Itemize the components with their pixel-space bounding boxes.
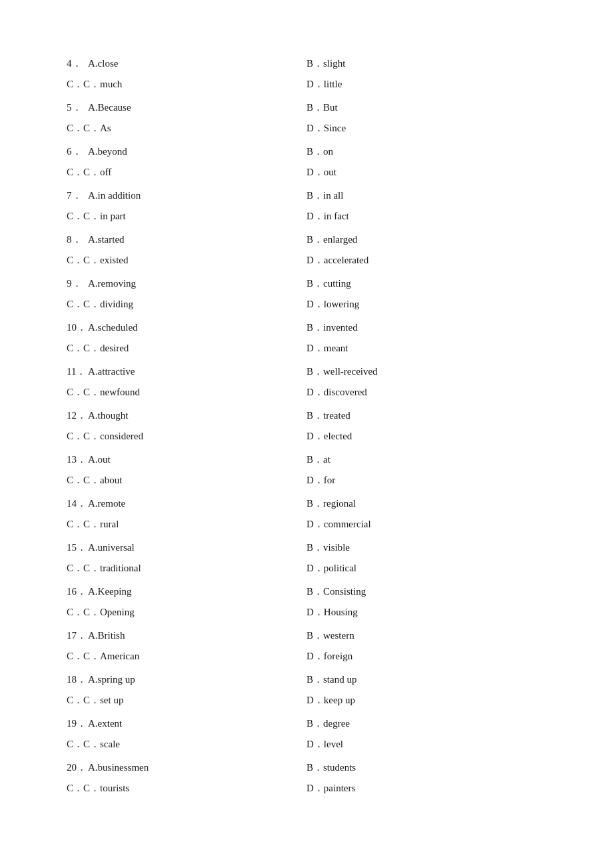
question-row-ab: 10．A.scheduledB．invented	[67, 317, 546, 338]
question-row-ab: 17．A.BritishB．western	[67, 625, 546, 646]
option-d-col: D．little	[306, 78, 546, 91]
option-c-letter: C．	[67, 342, 83, 355]
option-b-col: B．cutting	[306, 277, 546, 290]
option-a-text: A.universal	[88, 542, 135, 553]
option-c-col: C．C．set up	[67, 694, 306, 707]
option-c-col: C．C．dividing	[67, 298, 306, 311]
question-number: 14．	[67, 497, 88, 510]
option-a-col: 13．A.out	[67, 453, 306, 466]
option-a-col: 11．A.attractive	[67, 365, 306, 378]
option-b-col: B．degree	[306, 717, 546, 730]
question-block: 10．A.scheduledB．inventedC．C．desiredD．mea…	[67, 317, 546, 359]
option-c-col: C．C．desired	[67, 342, 306, 355]
option-b-text: B．cutting	[306, 277, 351, 290]
question-group: 4．A.closeB．slightC．C．muchD．little5．A.Bec…	[67, 53, 546, 801]
option-c-text: C．set up	[83, 694, 123, 707]
option-c-letter: C．	[67, 298, 83, 311]
option-b-text: B．slight	[306, 57, 345, 70]
question-number: 8．	[67, 233, 88, 246]
option-c-letter: C．	[67, 122, 83, 135]
option-c-letter: C．	[67, 738, 83, 751]
option-b-text: B．at	[306, 453, 330, 466]
option-a-col: 8．A.started	[67, 233, 306, 246]
question-number: 12．	[67, 409, 88, 422]
option-c-letter: C．	[67, 78, 83, 91]
option-b-text: B．regional	[306, 497, 356, 510]
option-c-letter: C．	[67, 210, 83, 223]
option-c-text: C．traditional	[83, 562, 141, 575]
option-c-letter: C．	[67, 606, 83, 619]
question-block: 9．A.removingB．cuttingC．C．dividingD．lower…	[67, 273, 546, 315]
question-number: 11．	[67, 365, 88, 378]
question-row-ab: 18．A.spring upB．stand up	[67, 669, 546, 690]
option-b-text: B．degree	[306, 717, 350, 730]
question-block: 18．A.spring upB．stand upC．C．set upD．keep…	[67, 669, 546, 711]
option-d-text: D．for	[306, 474, 335, 487]
option-c-letter: C．	[67, 650, 83, 663]
question-block: 19．A.extentB．degreeC．C．scaleD．level	[67, 713, 546, 755]
option-d-col: D．in fact	[306, 210, 546, 223]
question-number: 9．	[67, 277, 88, 290]
question-block: 15．A.universalB．visibleC．C．traditionalD．…	[67, 537, 546, 579]
option-c-col: C．C．off	[67, 166, 306, 179]
option-a-text: A.British	[88, 630, 125, 641]
option-b-col: B．treated	[306, 409, 546, 422]
option-d-text: D．out	[306, 166, 336, 179]
option-d-col: D．level	[306, 738, 546, 751]
option-a-col: 7．A.in addition	[67, 189, 306, 202]
question-number: 7．	[67, 189, 88, 202]
option-a-col: 20．A.businessmen	[67, 761, 306, 774]
option-c-letter: C．	[67, 782, 83, 795]
question-number: 17．	[67, 629, 88, 642]
option-a-col: 10．A.scheduled	[67, 321, 306, 334]
question-block: 16．A.KeepingB．ConsistingC．C．OpeningD．Hou…	[67, 581, 546, 623]
question-number: 18．	[67, 673, 88, 686]
option-a-col: 6．A.beyond	[67, 145, 306, 158]
option-a-text: A.thought	[88, 410, 128, 421]
page: 4．A.closeB．slightC．C．muchD．little5．A.Bec…	[0, 0, 613, 855]
question-row-ab: 12．A.thoughtB．treated	[67, 405, 546, 426]
option-b-col: B．invented	[306, 321, 546, 334]
option-d-col: D．Housing	[306, 606, 546, 619]
question-block: 7．A.in additionB．in allC．C．in partD．in f…	[67, 185, 546, 227]
option-d-text: D．Since	[306, 122, 346, 135]
option-c-text: C．rural	[83, 518, 119, 531]
option-a-col: 15．A.universal	[67, 541, 306, 554]
option-d-text: D．Housing	[306, 606, 358, 619]
question-row-ab: 6．A.beyondB．on	[67, 141, 546, 162]
option-b-text: B．students	[306, 761, 356, 774]
option-c-text: C．scale	[83, 738, 120, 751]
option-a-text: A.out	[88, 454, 111, 465]
option-a-text: A.beyond	[88, 146, 127, 157]
option-d-col: D．commercial	[306, 518, 546, 531]
option-c-col: C．C．considered	[67, 430, 306, 443]
question-number: 13．	[67, 453, 88, 466]
question-row-ab: 8．A.startedB．enlarged	[67, 229, 546, 250]
option-c-letter: C．	[67, 166, 83, 179]
option-c-text: C．tourists	[83, 782, 129, 795]
question-row-ab: 4．A.closeB．slight	[67, 53, 546, 74]
question-number: 16．	[67, 585, 88, 598]
option-a-text: A.scheduled	[88, 322, 138, 333]
option-b-text: B．visible	[306, 541, 350, 554]
question-block: 17．A.BritishB．westernC．C．AmericanD．forei…	[67, 625, 546, 667]
option-a-text: A.removing	[88, 278, 136, 289]
option-d-col: D．foreign	[306, 650, 546, 663]
option-c-text: C．newfound	[83, 386, 140, 399]
option-d-col: D．political	[306, 562, 546, 575]
option-c-col: C．C．rural	[67, 518, 306, 531]
question-row-ab: 16．A.KeepingB．Consisting	[67, 581, 546, 602]
option-a-col: 18．A.spring up	[67, 673, 306, 686]
question-row-cd: C．C．OpeningD．Housing	[67, 602, 546, 623]
question-block: 8．A.startedB．enlargedC．C．existedD．accele…	[67, 229, 546, 271]
option-c-col: C．C．American	[67, 650, 306, 663]
option-a-text: A.Keeping	[88, 586, 131, 597]
option-a-text: A.businessmen	[88, 762, 149, 773]
option-d-col: D．discovered	[306, 386, 546, 399]
question-row-cd: C．C．in partD．in fact	[67, 206, 546, 227]
option-c-text: C．considered	[83, 430, 143, 443]
option-c-col: C．C．in part	[67, 210, 306, 223]
question-number: 15．	[67, 541, 88, 554]
option-d-col: D．painters	[306, 782, 546, 795]
option-c-letter: C．	[67, 386, 83, 399]
